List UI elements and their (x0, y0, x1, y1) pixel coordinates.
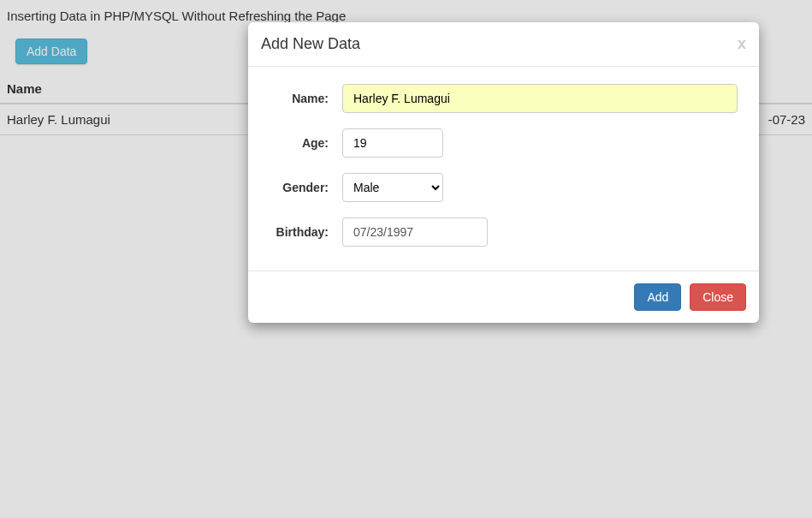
birthday-label: Birthday: (261, 225, 342, 239)
modal-footer: Add Close (248, 271, 759, 323)
name-input[interactable] (342, 84, 738, 113)
gender-select[interactable]: Male Female (342, 173, 443, 202)
close-button[interactable]: Close (690, 283, 746, 311)
age-label: Age: (261, 136, 342, 150)
name-label: Name: (261, 92, 342, 105)
modal-header: Add New Data x (248, 22, 759, 67)
gender-label: Gender: (261, 181, 342, 194)
modal-title: Add New Data (261, 35, 360, 53)
add-button[interactable]: Add (634, 283, 681, 311)
modal-body: Name: Age: Gender: Male Female Birthday: (248, 67, 759, 271)
close-icon[interactable]: x (738, 35, 746, 53)
age-input[interactable] (342, 128, 443, 158)
birthday-input[interactable] (342, 217, 488, 247)
add-new-data-modal: Add New Data x Name: Age: Gender: Male F… (248, 22, 759, 323)
